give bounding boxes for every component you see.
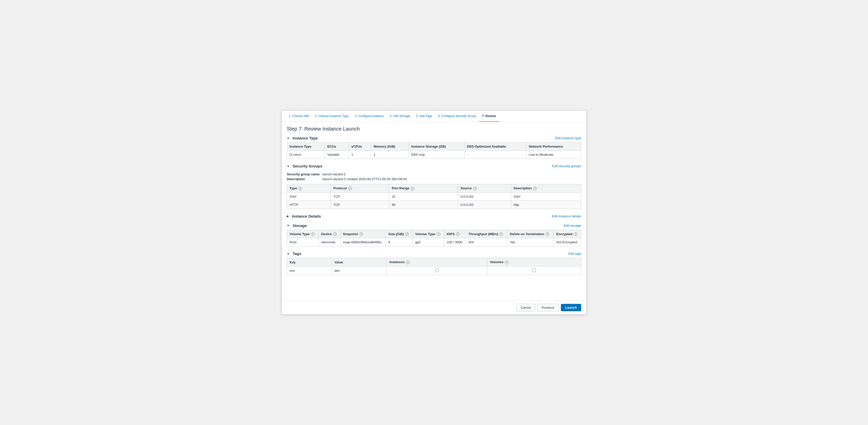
storage-cell-vol-type: Root bbox=[287, 238, 318, 246]
instance-details-title-row: ▶ Instance Details bbox=[287, 214, 321, 218]
sg-cell-port-2: 80 bbox=[389, 201, 458, 209]
col-port-range: Port Range i bbox=[389, 184, 458, 193]
volumes-checkbox[interactable] bbox=[532, 268, 536, 272]
edit-tags-link[interactable]: Edit tags bbox=[568, 252, 581, 256]
instance-type-header-row: Instance Type ECUs vCPUs Memory (GiB) In… bbox=[287, 143, 581, 151]
instances-checkbox[interactable] bbox=[435, 268, 439, 272]
vol-type-info-icon[interactable]: i bbox=[311, 232, 315, 236]
tag-cell-value: dev bbox=[332, 266, 387, 275]
security-groups-table: Type i Protocol i Port Range i bbox=[287, 184, 581, 209]
cell-vcpus: 1 bbox=[348, 151, 371, 159]
sg-cell-desc-1: SSH bbox=[511, 192, 581, 201]
tab-7-review[interactable]: 7. Review bbox=[479, 111, 499, 122]
instance-type-table: Instance Type ECUs vCPUs Memory (GiB) In… bbox=[287, 142, 581, 159]
tab-6-security-group[interactable]: 6. Configure Security Group bbox=[435, 111, 479, 122]
iops-info-icon[interactable]: i bbox=[456, 232, 460, 236]
tags-table: Key Value Instances i Volumes bbox=[287, 258, 581, 275]
volumes-info-icon[interactable]: i bbox=[505, 261, 508, 264]
instance-details-section: ▶ Instance Details Edit instance details bbox=[287, 214, 581, 218]
source-info-icon[interactable]: i bbox=[473, 187, 477, 190]
type-info-icon[interactable]: i bbox=[299, 187, 302, 190]
col-value: Value bbox=[332, 258, 387, 266]
sg-cell-desc-2: http bbox=[511, 201, 581, 209]
port-range-info-icon[interactable]: i bbox=[411, 187, 414, 190]
previous-button[interactable]: Previous bbox=[537, 304, 559, 311]
col-size: Size (GiB) i bbox=[386, 230, 413, 238]
size-info-icon[interactable]: i bbox=[405, 232, 409, 236]
security-groups-section: ▼ Security Groups Edit security groups S… bbox=[287, 164, 581, 209]
security-groups-title-row: ▼ Security Groups bbox=[287, 164, 322, 168]
instance-type-header: ▼ Instance Type Edit instance type bbox=[287, 136, 581, 140]
cell-network: Low to Moderate bbox=[526, 151, 581, 159]
wizard-tabs: 1. Choose AMI 2. Choose Instance Type 3.… bbox=[282, 111, 586, 122]
device-info-icon[interactable]: i bbox=[333, 232, 337, 236]
storage-title: Storage bbox=[292, 223, 307, 228]
storage-table: Volume Type i Device i Snapshot i bbox=[287, 230, 581, 247]
main-window: 1. Choose AMI 2. Choose Instance Type 3.… bbox=[281, 110, 587, 315]
edit-instance-type-link[interactable]: Edit instance type bbox=[555, 136, 581, 140]
tags-header-row: Key Value Instances i Volumes bbox=[287, 258, 581, 266]
edit-instance-details-link[interactable]: Edit instance details bbox=[552, 214, 581, 218]
description-info-icon[interactable]: i bbox=[533, 187, 537, 190]
instances-info-icon[interactable]: i bbox=[406, 261, 410, 264]
throughput-info-icon[interactable]: i bbox=[499, 232, 503, 236]
table-row: HTTP TCP 80 0.0.0.0/0 http bbox=[287, 201, 581, 209]
storage-header: ▼ Storage Edit storage bbox=[287, 223, 581, 228]
snapshot-info-icon[interactable]: i bbox=[360, 232, 363, 236]
tags-body: Key Value Instances i Volumes bbox=[287, 258, 581, 275]
col-source: Source i bbox=[458, 184, 511, 193]
edit-storage-link[interactable]: Edit storage bbox=[564, 224, 581, 228]
sg-cell-type-1: SSH bbox=[287, 192, 331, 201]
instance-details-toggle[interactable]: ▶ bbox=[287, 215, 289, 218]
tags-toggle[interactable]: ▼ bbox=[287, 252, 289, 255]
sg-cell-source-1: 0.0.0.0/0 bbox=[458, 192, 511, 201]
col-key: Key bbox=[287, 258, 332, 266]
storage-body: Volume Type i Device i Snapshot i bbox=[287, 230, 581, 247]
tag-cell-key: env bbox=[287, 266, 332, 275]
security-groups-body: Security group name launch-wizard-2 Desc… bbox=[287, 170, 581, 209]
tab-1-choose-ami[interactable]: 1. Choose AMI bbox=[286, 111, 312, 122]
edit-security-groups-link[interactable]: Edit security groups bbox=[552, 164, 581, 168]
storage-header-row: Volume Type i Device i Snapshot i bbox=[287, 230, 581, 238]
protocol-info-icon[interactable]: i bbox=[348, 187, 352, 190]
tags-header: ▼ Tags Edit tags bbox=[287, 251, 581, 256]
instance-type-body: Instance Type ECUs vCPUs Memory (GiB) In… bbox=[287, 142, 581, 159]
sg-header-row: Type i Protocol i Port Range i bbox=[287, 184, 581, 193]
storage-cell-encrypted: Not Encrypted bbox=[554, 238, 581, 246]
tags-section: ▼ Tags Edit tags Key Value bbox=[287, 251, 581, 275]
page-title: Step 7: Review Instance Launch bbox=[287, 126, 581, 132]
encrypted-info-icon[interactable]: i bbox=[574, 232, 578, 236]
storage-section: ▼ Storage Edit storage Volume Type i bbox=[287, 223, 581, 247]
sg-cell-protocol-1: TCP bbox=[331, 192, 389, 201]
sg-name-value: launch-wizard-2 bbox=[322, 172, 581, 176]
vol-type2-info-icon[interactable]: i bbox=[437, 232, 440, 236]
instance-type-toggle[interactable]: ▼ bbox=[287, 137, 289, 140]
col-instance-type: Instance Type bbox=[287, 143, 325, 151]
sg-name-label: Security group name bbox=[287, 172, 322, 176]
instance-details-header[interactable]: ▶ Instance Details Edit instance details bbox=[287, 214, 581, 218]
tab-2-instance-type[interactable]: 2. Choose Instance Type bbox=[312, 111, 352, 122]
col-type: Type i bbox=[287, 184, 331, 193]
footer: Cancel Previous Launch bbox=[282, 301, 586, 314]
security-groups-toggle[interactable]: ▼ bbox=[287, 165, 289, 168]
col-volume-type: Volume Type i bbox=[287, 230, 318, 238]
delete-term-info-icon[interactable]: i bbox=[546, 232, 549, 236]
cancel-button[interactable]: Cancel bbox=[516, 304, 535, 311]
storage-cell-size: 8 bbox=[386, 238, 413, 246]
cell-memory: 1 bbox=[371, 151, 409, 159]
col-iops: IOPS i bbox=[444, 230, 466, 238]
tab-5-add-tags[interactable]: 5. Add Tags bbox=[413, 111, 435, 122]
table-row: Root /dev/xvda snap-06d919bfeced8496a 8 … bbox=[287, 238, 581, 246]
col-snapshot: Snapshot i bbox=[340, 230, 385, 238]
launch-button[interactable]: Launch bbox=[561, 304, 581, 311]
col-description: Description i bbox=[511, 184, 581, 193]
tab-3-configure-instance[interactable]: 3. Configure Instance bbox=[352, 111, 387, 122]
tab-4-add-storage[interactable]: 4. Add Storage bbox=[387, 111, 413, 122]
storage-cell-snapshot: snap-06d919bfeced8496a bbox=[340, 238, 385, 246]
sg-cell-protocol-2: TCP bbox=[331, 201, 389, 209]
col-ebs-optimized: EBS-Optimized Available bbox=[464, 143, 526, 151]
cell-storage: EBS only bbox=[409, 151, 464, 159]
col-protocol: Protocol i bbox=[331, 184, 389, 193]
tag-cell-instances bbox=[387, 266, 487, 275]
storage-toggle[interactable]: ▼ bbox=[287, 224, 289, 227]
